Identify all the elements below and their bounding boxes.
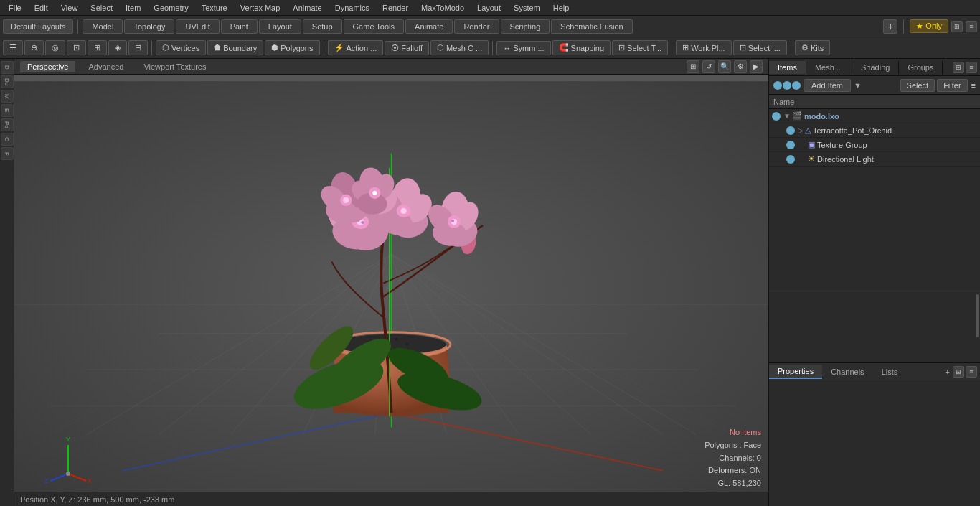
boundary-btn[interactable]: ⬟ Boundary [207,40,263,55]
menu-item[interactable]: Item [120,2,146,14]
tab-groups[interactable]: Groups [899,61,943,74]
tab-scripting[interactable]: Scripting [501,19,550,34]
tab-schematic[interactable]: Schematic Fusion [551,19,632,34]
menu-geometry[interactable]: Geometry [148,2,194,14]
item-eye-light[interactable] [786,155,795,164]
vp-tab-perspective[interactable]: Perspective [20,61,75,72]
workpl-btn[interactable]: ⊞ Work Pl... [676,40,731,55]
tab-gametools[interactable]: Game Tools [344,19,405,34]
props-settings-btn[interactable]: ≡ [966,366,977,378]
menu-system[interactable]: System [508,2,546,14]
menu-maxtomodo[interactable]: MaxToModo [415,2,470,14]
toggle-sym[interactable]: ⊞ [88,40,107,55]
expand-orchid[interactable]: ▷ [798,126,804,134]
select-btn-panel[interactable]: Select [900,79,936,92]
tab-items[interactable]: Items [769,61,806,74]
menu-view[interactable]: View [55,2,84,14]
eye-icon-3[interactable] [792,81,801,90]
item-texture[interactable]: ▣ Texture Group [769,138,980,152]
menu-layout[interactable]: Layout [471,2,507,14]
kits-btn[interactable]: ⚙ Kits [795,40,830,55]
item-eye-texture[interactable] [786,141,795,149]
vp-maximize-btn[interactable]: ⊞ [687,60,699,73]
symm-btn[interactable]: ↔ Symm ... [496,41,550,55]
toggle-soft[interactable]: ◈ [108,40,127,55]
toggle-sel[interactable]: ⊟ [128,40,148,55]
tab-paint[interactable]: Paint [221,19,258,34]
eye-icon-2[interactable] [783,81,791,90]
tab-model[interactable]: Model [83,19,123,34]
item-eye-orchid[interactable] [786,126,795,135]
falloff-btn[interactable]: ⦿ Falloff [385,41,429,55]
maximize-btn[interactable]: ⊞ [951,21,963,32]
vp-search-btn[interactable]: 🔍 [718,60,731,73]
item-eye-scene[interactable] [772,112,781,121]
props-tab-lists[interactable]: Lists [873,365,907,378]
menu-edit[interactable]: Edit [29,2,54,14]
vp-settings-btn[interactable]: ⚙ [734,60,747,73]
menu-help[interactable]: Help [547,2,575,14]
action-btn[interactable]: ⚡ Action ... [328,40,384,55]
tab-mesh[interactable]: Mesh ... [806,61,852,74]
item-light[interactable]: ☀ Directional Light [769,152,980,167]
tab-topology[interactable]: Topology [124,19,174,34]
panel-collapse-btn[interactable]: ≡ [966,62,977,73]
toggle-grid[interactable]: ⊕ [24,40,44,55]
menu-select[interactable]: Select [85,2,118,14]
item-scene[interactable]: ▼ 🎬 modo.lxo [769,109,980,123]
settings-btn[interactable]: ≡ [966,21,977,32]
vertices-btn[interactable]: ⬡ Vertices [156,40,206,55]
items-list[interactable]: ▼ 🎬 modo.lxo ▷ △ Terracotta_Pot_Orchid ▣… [769,109,980,291]
mesh-btn[interactable]: ⬡ Mesh C ... [430,40,489,55]
menu-file[interactable]: File [3,2,27,14]
sep2 [324,41,324,55]
tab-shading[interactable]: Shading [852,61,899,74]
vtb-6[interactable]: C [1,133,14,146]
more-options-btn[interactable]: ≡ [971,81,976,90]
eye-icon-1[interactable] [773,81,782,90]
only-button[interactable]: ★ Only [910,19,948,33]
toggle-snap[interactable]: ⊡ [67,40,86,55]
menu-texture[interactable]: Texture [196,2,233,14]
vtb-1[interactable]: D [1,61,14,74]
props-tab-properties[interactable]: Properties [769,365,822,379]
vtb-3[interactable]: M [1,90,14,103]
panel-expand-btn[interactable]: ⊞ [953,62,964,73]
selecti-btn[interactable]: ⊡ Selecti ... [733,40,787,55]
toggle-view[interactable]: ◎ [45,40,65,55]
item-orchid[interactable]: ▷ △ Terracotta_Pot_Orchid [769,123,980,138]
add-item-btn[interactable]: Add Item [804,79,851,92]
tab-layout[interactable]: Layout [259,19,301,34]
polygons-btn[interactable]: ⬢ Polygons [265,40,319,55]
vp-tab-textures[interactable]: Viewport Textures [136,61,213,72]
vtb-5[interactable]: Po [1,118,14,131]
tab-animate[interactable]: Animate [405,19,453,34]
props-tab-channels[interactable]: Channels [822,365,872,378]
menu-render[interactable]: Render [377,2,414,14]
light-icon: ☀ [808,154,815,164]
add-tab-button[interactable]: + [883,19,897,34]
add-prop-tab-btn[interactable]: + [946,367,950,376]
texture-icon: ▣ [808,140,815,149]
viewport[interactable]: No Items Polygons : Face Channels: 0 Def… [14,75,768,506]
items-scrollbar[interactable] [976,294,979,337]
vp-reset-btn[interactable]: ↺ [702,60,715,73]
filter-btn-panel[interactable]: Filter [937,79,967,92]
vtb-4[interactable]: E [1,104,14,117]
vp-tab-advanced[interactable]: Advanced [81,61,131,72]
vp-more-btn[interactable]: ▶ [750,60,763,73]
props-expand-btn[interactable]: ⊞ [953,366,964,378]
default-layouts-btn[interactable]: Default Layouts [3,19,73,34]
select-btn[interactable]: ⊡ Select T... [612,40,668,55]
vtb-7[interactable]: F [1,147,14,160]
tab-setup[interactable]: Setup [303,19,342,34]
tab-uvedit[interactable]: UVEdit [176,19,219,34]
vtb-2[interactable]: Du [1,75,14,88]
tab-render[interactable]: Render [454,19,499,34]
menu-dynamics[interactable]: Dynamics [329,2,375,14]
toggle-sidepanel[interactable]: ☰ [3,40,23,55]
snapping-btn[interactable]: 🧲 Snapping [552,40,611,55]
menu-vertexmap[interactable]: Vertex Map [235,2,286,14]
expand-scene[interactable]: ▼ [783,112,791,120]
menu-animate[interactable]: Animate [287,2,327,14]
